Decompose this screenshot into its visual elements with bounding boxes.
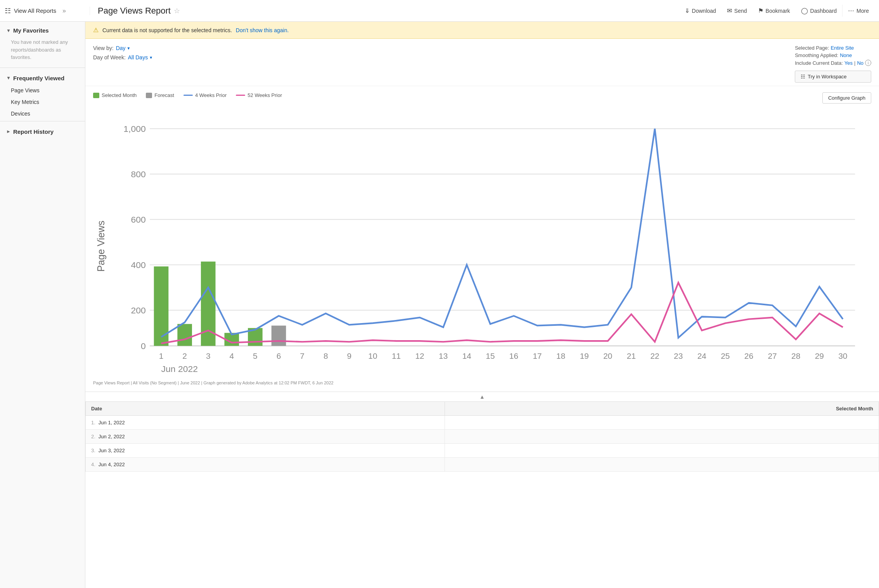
more-label: More xyxy=(857,8,869,14)
main-content: ⚠ Current data is not supported for the … xyxy=(85,22,879,588)
chart-footer: Page Views Report | All Visits (No Segme… xyxy=(93,380,871,385)
reports-icon: ☷ xyxy=(5,7,11,15)
try-workspace-icon: ☷ xyxy=(801,74,805,80)
controls-left: View by: Day ▼ Day of Week: All Days ▼ xyxy=(93,45,153,61)
more-button[interactable]: ⋯ More xyxy=(842,5,874,17)
smoothing-label: Smoothing Applied: xyxy=(795,52,838,58)
controls-right: Selected Page: Entire Site Smoothing App… xyxy=(795,45,871,83)
include-current-sep: | xyxy=(854,60,855,66)
svg-text:5: 5 xyxy=(253,351,258,360)
svg-text:600: 600 xyxy=(131,214,146,225)
bookmark-button[interactable]: ⚑ Bookmark xyxy=(753,5,796,17)
day-of-week-value[interactable]: All Days ▼ xyxy=(128,54,153,61)
legend-selected-month-label: Selected Month xyxy=(102,92,137,98)
svg-text:14: 14 xyxy=(462,351,471,360)
include-current-label: Include Current Data: xyxy=(795,60,843,66)
configure-graph-button[interactable]: Configure Graph xyxy=(822,92,871,104)
dashboard-button[interactable]: ◯ Dashboard xyxy=(796,5,843,17)
svg-text:24: 24 xyxy=(697,351,706,360)
table-row: 3.Jun 3, 2022 xyxy=(86,444,879,458)
svg-text:17: 17 xyxy=(533,351,542,360)
sidebar-item-devices[interactable]: Devices xyxy=(0,108,85,119)
table-header-row: Date Selected Month xyxy=(86,402,879,416)
day-of-week-row: Day of Week: All Days ▼ xyxy=(93,54,153,61)
smoothing-row: Smoothing Applied: None xyxy=(795,52,871,58)
svg-text:10: 10 xyxy=(368,351,377,360)
chart-area: Configure Graph Selected Month Forecast … xyxy=(85,86,879,392)
smoothing-value[interactable]: None xyxy=(840,52,852,58)
table-cell-value xyxy=(445,444,879,458)
row-num: 4. xyxy=(91,462,95,467)
dashboard-icon: ◯ xyxy=(801,7,808,14)
svg-text:18: 18 xyxy=(556,351,565,360)
svg-text:800: 800 xyxy=(131,169,146,179)
svg-text:22: 22 xyxy=(650,351,659,360)
info-icon[interactable]: i xyxy=(865,60,871,66)
send-button[interactable]: ✉ Send xyxy=(722,5,753,17)
table-cell-value xyxy=(445,430,879,444)
svg-text:Jun 2022: Jun 2022 xyxy=(161,364,198,374)
try-workspace-button[interactable]: ☷ Try in Workspace xyxy=(795,71,871,83)
svg-text:28: 28 xyxy=(791,351,800,360)
table-cell-value xyxy=(445,416,879,430)
sidebar-item-page-views[interactable]: Page Views xyxy=(0,85,85,96)
collapse-toggle[interactable]: ▲ xyxy=(85,392,879,401)
svg-text:30: 30 xyxy=(838,351,847,360)
my-favorites-header[interactable]: ▼ My Favorites xyxy=(0,22,85,37)
my-favorites-section: ▼ My Favorites You have not marked any r… xyxy=(0,22,85,66)
more-icon: ⋯ xyxy=(848,7,854,14)
frequently-viewed-header[interactable]: ▼ Frequently Viewed xyxy=(0,69,85,85)
svg-text:29: 29 xyxy=(815,351,824,360)
selected-page-value[interactable]: Entire Site xyxy=(831,45,854,51)
day-of-week-dropdown-icon: ▼ xyxy=(149,55,153,60)
day-of-week-label: Day of Week: xyxy=(93,54,126,61)
col-date-header: Date xyxy=(86,402,445,416)
header-actions: ⇓ Download ✉ Send ⚑ Bookmark ◯ Dashboard… xyxy=(679,5,874,17)
svg-text:1,000: 1,000 xyxy=(123,124,145,134)
table-cell-date: 1.Jun 1, 2022 xyxy=(86,416,445,430)
bar-day2 xyxy=(177,324,192,346)
legend-4-weeks: 4 Weeks Prior xyxy=(183,92,227,98)
report-history-header[interactable]: ► Report History xyxy=(0,123,85,138)
svg-text:8: 8 xyxy=(324,351,328,360)
legend-52weeks-icon xyxy=(236,95,245,96)
table-row: 4.Jun 4, 2022 xyxy=(86,458,879,472)
row-num: 3. xyxy=(91,448,95,453)
report-history-label: Report History xyxy=(13,128,54,135)
svg-text:0: 0 xyxy=(141,341,146,351)
chart-svg: Page Views 1,000 800 600 400 200 0 xyxy=(93,104,871,380)
sidebar-item-key-metrics[interactable]: Key Metrics xyxy=(0,96,85,108)
include-current-yes[interactable]: Yes xyxy=(844,60,853,66)
expand-icon[interactable]: » xyxy=(62,7,66,14)
favorite-star-icon[interactable]: ☆ xyxy=(174,7,180,15)
col-selected-month-header: Selected Month xyxy=(445,402,879,416)
frequently-viewed-section: ▼ Frequently Viewed Page Views Key Metri… xyxy=(0,69,85,119)
legend-4weeks-icon xyxy=(183,95,193,96)
svg-text:19: 19 xyxy=(580,351,589,360)
svg-text:400: 400 xyxy=(131,260,146,270)
alert-dismiss-link[interactable]: Don't show this again. xyxy=(236,27,289,33)
table-area: Date Selected Month 1.Jun 1, 20222.Jun 2… xyxy=(85,401,879,472)
header-left: ☷ View All Reports » xyxy=(5,7,90,15)
download-button[interactable]: ⇓ Download xyxy=(679,5,722,17)
svg-text:20: 20 xyxy=(603,351,612,360)
svg-text:26: 26 xyxy=(744,351,753,360)
svg-text:11: 11 xyxy=(392,351,401,360)
view-by-row: View by: Day ▼ xyxy=(93,45,153,51)
body-layout: ▼ My Favorites You have not marked any r… xyxy=(0,22,879,588)
frequently-viewed-label: Frequently Viewed xyxy=(13,75,64,81)
include-current-no[interactable]: No xyxy=(857,60,863,66)
svg-text:6: 6 xyxy=(277,351,281,360)
view-by-dropdown-icon: ▼ xyxy=(127,46,131,50)
svg-text:21: 21 xyxy=(627,351,636,360)
table-cell-value xyxy=(445,458,879,472)
send-icon: ✉ xyxy=(727,7,732,14)
bookmark-label: Bookmark xyxy=(766,8,790,14)
sidebar: ▼ My Favorites You have not marked any r… xyxy=(0,22,85,588)
alert-message: Current data is not supported for the se… xyxy=(102,27,232,33)
view-all-label[interactable]: View All Reports xyxy=(14,7,56,14)
view-by-value[interactable]: Day ▼ xyxy=(116,45,131,51)
chart-legend: Selected Month Forecast 4 Weeks Prior 52… xyxy=(93,92,871,98)
svg-text:1: 1 xyxy=(159,351,164,360)
sidebar-divider-2 xyxy=(0,121,85,121)
